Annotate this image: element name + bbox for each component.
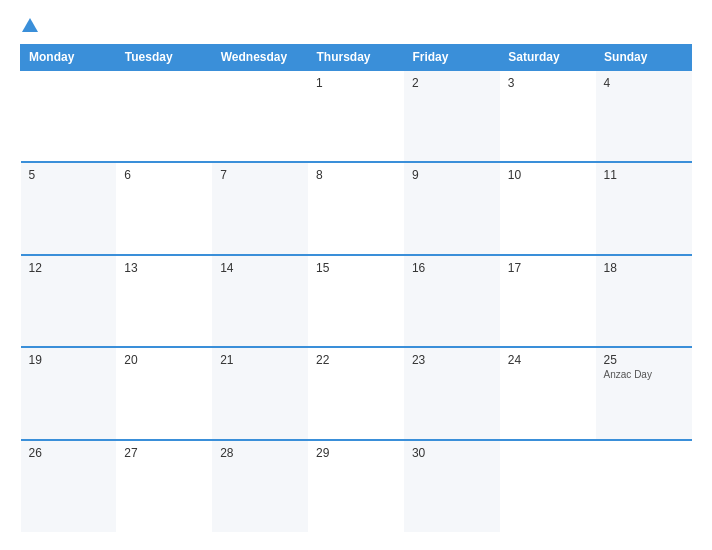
calendar-cell: 19 <box>21 347 117 439</box>
calendar-cell: 30 <box>404 440 500 532</box>
calendar-cell: 5 <box>21 162 117 254</box>
weekday-header-sunday: Sunday <box>596 45 692 71</box>
day-number: 26 <box>29 446 109 460</box>
day-number: 13 <box>124 261 204 275</box>
calendar-cell: 6 <box>116 162 212 254</box>
day-number: 22 <box>316 353 396 367</box>
day-number: 12 <box>29 261 109 275</box>
day-number: 29 <box>316 446 396 460</box>
calendar-cell: 1 <box>308 70 404 162</box>
calendar-cell: 12 <box>21 255 117 347</box>
calendar-cell: 25Anzac Day <box>596 347 692 439</box>
day-number: 25 <box>604 353 684 367</box>
day-number: 23 <box>412 353 492 367</box>
day-number: 9 <box>412 168 492 182</box>
calendar-cell: 20 <box>116 347 212 439</box>
calendar-cell <box>596 440 692 532</box>
day-number: 5 <box>29 168 109 182</box>
day-number: 14 <box>220 261 300 275</box>
calendar-week-row: 1234 <box>21 70 692 162</box>
day-number: 15 <box>316 261 396 275</box>
calendar-week-row: 567891011 <box>21 162 692 254</box>
calendar-cell: 24 <box>500 347 596 439</box>
day-number: 7 <box>220 168 300 182</box>
logo-triangle-icon <box>22 18 38 32</box>
day-number: 10 <box>508 168 588 182</box>
calendar-cell: 14 <box>212 255 308 347</box>
calendar-cell: 11 <box>596 162 692 254</box>
calendar-cell: 3 <box>500 70 596 162</box>
calendar-cell: 18 <box>596 255 692 347</box>
calendar-cell: 15 <box>308 255 404 347</box>
day-number: 17 <box>508 261 588 275</box>
calendar-cell: 7 <box>212 162 308 254</box>
weekday-header-saturday: Saturday <box>500 45 596 71</box>
calendar-cell: 2 <box>404 70 500 162</box>
calendar-cell: 29 <box>308 440 404 532</box>
calendar-cell: 4 <box>596 70 692 162</box>
calendar-cell: 22 <box>308 347 404 439</box>
weekday-header-tuesday: Tuesday <box>116 45 212 71</box>
calendar-cell: 8 <box>308 162 404 254</box>
day-number: 11 <box>604 168 684 182</box>
calendar-cell: 28 <box>212 440 308 532</box>
day-number: 21 <box>220 353 300 367</box>
day-number: 1 <box>316 76 396 90</box>
calendar-cell: 23 <box>404 347 500 439</box>
weekday-header-wednesday: Wednesday <box>212 45 308 71</box>
holiday-label: Anzac Day <box>604 369 684 380</box>
day-number: 2 <box>412 76 492 90</box>
day-number: 3 <box>508 76 588 90</box>
calendar-cell: 10 <box>500 162 596 254</box>
day-number: 24 <box>508 353 588 367</box>
calendar-cell: 16 <box>404 255 500 347</box>
day-number: 16 <box>412 261 492 275</box>
calendar-cell: 26 <box>21 440 117 532</box>
weekday-header-row: MondayTuesdayWednesdayThursdayFridaySatu… <box>21 45 692 71</box>
calendar-week-row: 12131415161718 <box>21 255 692 347</box>
calendar-cell <box>212 70 308 162</box>
weekday-header-monday: Monday <box>21 45 117 71</box>
day-number: 4 <box>604 76 684 90</box>
calendar-cell: 13 <box>116 255 212 347</box>
day-number: 8 <box>316 168 396 182</box>
calendar-week-row: 2627282930 <box>21 440 692 532</box>
day-number: 28 <box>220 446 300 460</box>
calendar-cell <box>500 440 596 532</box>
weekday-header-thursday: Thursday <box>308 45 404 71</box>
day-number: 20 <box>124 353 204 367</box>
calendar-cell: 21 <box>212 347 308 439</box>
calendar-header <box>20 18 692 34</box>
calendar-week-row: 19202122232425Anzac Day <box>21 347 692 439</box>
calendar-cell: 9 <box>404 162 500 254</box>
day-number: 30 <box>412 446 492 460</box>
calendar-table: MondayTuesdayWednesdayThursdayFridaySatu… <box>20 44 692 532</box>
calendar-cell: 17 <box>500 255 596 347</box>
day-number: 18 <box>604 261 684 275</box>
calendar-cell: 27 <box>116 440 212 532</box>
logo <box>20 18 38 34</box>
calendar-cell <box>21 70 117 162</box>
day-number: 19 <box>29 353 109 367</box>
day-number: 6 <box>124 168 204 182</box>
day-number: 27 <box>124 446 204 460</box>
weekday-header-friday: Friday <box>404 45 500 71</box>
calendar-cell <box>116 70 212 162</box>
